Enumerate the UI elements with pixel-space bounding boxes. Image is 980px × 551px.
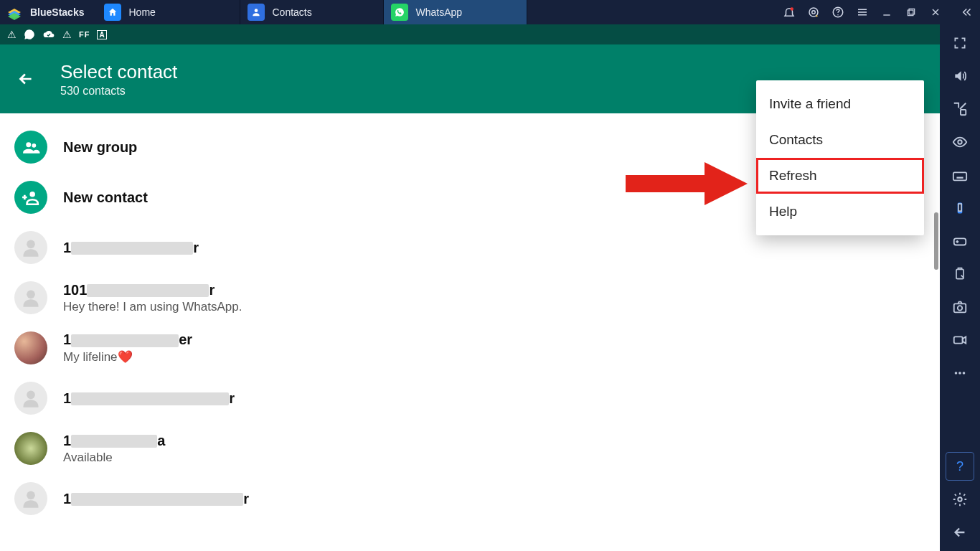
svg-point-13 (29, 192, 35, 197)
svg-rect-25 (954, 238, 966, 245)
cloud-check-icon (42, 29, 55, 40)
avatar (14, 382, 47, 415)
bluestacks-brand-label: BlueStacks (30, 6, 84, 18)
svg-marker-19 (705, 162, 748, 205)
scrollbar-thumb[interactable] (934, 212, 938, 270)
menu-icon[interactable] (855, 5, 870, 19)
close-icon[interactable] (928, 5, 943, 19)
svg-point-11 (26, 142, 31, 147)
contact-row[interactable]: 1aAvailable (0, 423, 940, 474)
home-icon (104, 4, 121, 21)
titlebar-right-controls (782, 5, 980, 19)
contact-name: 101r (63, 282, 242, 298)
tab-label: Contacts (272, 6, 311, 18)
svg-point-8 (837, 14, 839, 16)
tab-whatsapp[interactable]: WhatsApp (384, 0, 527, 24)
video-icon[interactable] (946, 326, 974, 354)
back-arrow-icon[interactable] (11, 65, 40, 93)
whatsapp-status-icon (24, 29, 35, 40)
phone-rotate-icon[interactable] (946, 194, 974, 222)
contact-name: 1r (63, 240, 199, 256)
contact-status: My lifeline❤️ (63, 349, 192, 364)
maximize-icon[interactable] (904, 5, 918, 19)
fullscreen-icon[interactable] (946, 29, 974, 57)
target-icon[interactable] (806, 5, 821, 19)
gamepad-icon[interactable] (946, 227, 974, 255)
contact-name: 1r (63, 390, 235, 407)
svg-point-15 (27, 291, 35, 299)
bluestacks-side-toolbar: ? (940, 24, 980, 551)
avatar (14, 281, 47, 314)
contact-row[interactable]: 1erMy lifeline❤️ (0, 323, 940, 373)
svg-point-17 (27, 491, 35, 500)
avatar (14, 432, 47, 465)
help-circle-icon[interactable] (831, 5, 845, 19)
warning-icon: ⚠ (7, 29, 17, 40)
group-icon (14, 131, 47, 164)
menu-item-help[interactable]: Help (756, 194, 924, 230)
bell-icon[interactable] (782, 5, 796, 19)
new-group-label: New group (63, 139, 137, 156)
contact-name: 1r (63, 491, 249, 507)
svg-point-4 (791, 7, 794, 11)
chevrons-left-icon[interactable] (960, 5, 974, 19)
tab-contacts[interactable]: Contacts (240, 0, 384, 24)
svg-point-12 (32, 143, 36, 148)
ff-icon: FF (79, 30, 90, 39)
svg-point-28 (958, 306, 962, 310)
svg-point-30 (955, 372, 958, 375)
svg-point-21 (958, 140, 962, 144)
svg-rect-9 (909, 9, 915, 14)
menu-item-contacts[interactable]: Contacts (756, 122, 924, 158)
tab-label: WhatsApp (415, 6, 462, 18)
minimize-icon[interactable] (880, 5, 894, 19)
camera-icon[interactable] (946, 293, 974, 321)
svg-point-3 (255, 9, 258, 12)
a-box-icon: A (97, 30, 106, 39)
overflow-menu: Invite a friend Contacts Refresh Help (756, 80, 924, 235)
tab-home[interactable]: Home (97, 0, 240, 24)
whatsapp-icon (391, 4, 408, 21)
svg-rect-29 (954, 336, 963, 343)
svg-point-16 (27, 391, 35, 400)
contact-status: Hey there! I am using WhatsApp. (63, 300, 242, 314)
tab-label: Home (128, 6, 155, 18)
svg-point-32 (963, 372, 966, 375)
svg-rect-27 (954, 303, 966, 312)
gear-icon[interactable] (946, 485, 974, 514)
bluestacks-titlebar: BlueStacks Home Contacts WhatsApp (0, 0, 980, 24)
page-subtitle: 530 contacts (60, 85, 177, 98)
contact-row[interactable]: 101rHey there! I am using WhatsApp. (0, 273, 940, 323)
svg-rect-10 (908, 10, 913, 16)
android-back-icon[interactable] (946, 518, 974, 547)
add-person-icon (14, 181, 47, 214)
help-box-icon[interactable]: ? (946, 452, 974, 481)
svg-rect-20 (961, 110, 966, 115)
bluestacks-logo-icon (4, 2, 24, 22)
app-content: ⚠ ⚠ FF A Select contact 530 contacts (0, 24, 940, 551)
more-icon[interactable] (946, 359, 974, 387)
app-tabs: Home Contacts WhatsApp (97, 0, 527, 24)
svg-point-14 (27, 240, 35, 249)
contact-row[interactable]: 1r (0, 474, 940, 524)
avatar (14, 482, 47, 515)
svg-rect-22 (953, 172, 966, 180)
location-lock-icon[interactable] (946, 95, 974, 123)
svg-point-33 (958, 497, 962, 501)
contact-name: 1a (63, 433, 165, 449)
menu-item-invite-friend[interactable]: Invite a friend (756, 86, 924, 122)
contact-status: Available (63, 451, 165, 465)
svg-rect-24 (958, 204, 961, 211)
person-icon (248, 4, 265, 21)
keyboard-icon[interactable] (946, 161, 974, 189)
new-contact-label: New contact (63, 189, 148, 206)
contact-row[interactable]: 1r (0, 373, 940, 423)
contact-name: 1er (63, 331, 192, 348)
annotation-arrow-icon (626, 162, 748, 205)
svg-point-6 (812, 11, 816, 14)
menu-item-refresh[interactable]: Refresh (756, 158, 924, 194)
android-status-bar: ⚠ ⚠ FF A (0, 24, 940, 44)
clipboard-icon[interactable] (946, 260, 974, 288)
volume-icon[interactable] (946, 62, 974, 90)
eye-icon[interactable] (946, 128, 974, 156)
